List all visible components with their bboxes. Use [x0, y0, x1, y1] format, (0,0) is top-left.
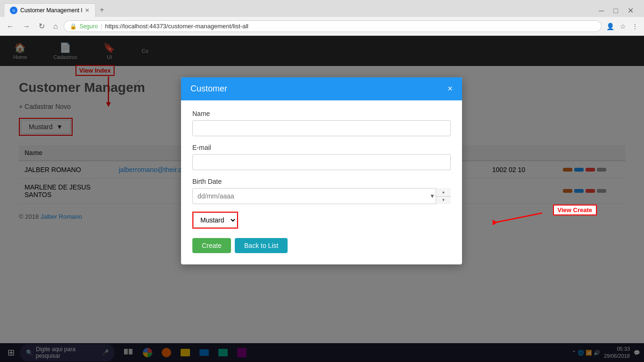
email-input[interactable] — [192, 154, 451, 170]
birth-date-field-group: Birth Date ▲ ▼ ▼ — [192, 178, 451, 204]
address-input[interactable]: 🔒 Seguro | https://localhost:44373/custo… — [64, 20, 602, 32]
modal-actions: Create Back to List — [192, 238, 451, 253]
tab-favicon: G — [10, 7, 17, 14]
page-background: 🏠 Home 📄 Cadastros 🔖 UI Co ⤢ View Index — [0, 36, 644, 362]
customer-modal: Customer × Name E-mail Birth Date ▲ — [181, 77, 462, 264]
tab-close-button[interactable]: ✕ — [85, 7, 90, 14]
date-spin-up[interactable]: ▲ — [436, 188, 451, 197]
back-button[interactable]: ← — [4, 20, 17, 33]
email-label: E-mail — [192, 144, 451, 151]
date-input-container: ▲ ▼ ▼ — [192, 188, 451, 204]
birth-date-input[interactable] — [192, 188, 451, 204]
view-create-label: View Create — [553, 205, 597, 215]
lock-icon: 🔒 — [70, 23, 77, 30]
browser-chrome: G Customer Management l ✕ + ─ □ ✕ ← → ↻ … — [0, 0, 644, 36]
bookmark-button[interactable]: ☆ — [618, 21, 628, 32]
modal-title: Customer — [190, 84, 227, 94]
name-label: Name — [192, 110, 451, 117]
date-spin-down[interactable]: ▼ — [436, 197, 451, 205]
close-window-button[interactable]: ✕ — [625, 4, 636, 17]
home-button[interactable]: ⌂ — [50, 20, 61, 33]
modal-header: Customer × — [181, 77, 462, 100]
date-dropdown-button[interactable]: ▼ — [429, 193, 435, 199]
new-tab-button[interactable]: + — [96, 3, 107, 17]
url-text: https://localhost:44373/customer-managem… — [105, 23, 595, 30]
forward-button[interactable]: → — [20, 20, 33, 33]
address-bar: ← → ↻ ⌂ 🔒 Seguro | https://localhost:443… — [0, 17, 644, 36]
modal-close-button[interactable]: × — [447, 84, 453, 94]
maximize-button[interactable]: □ — [611, 5, 621, 17]
name-field-group: Name — [192, 110, 451, 136]
svg-line-2 — [495, 213, 542, 222]
view-create-annotation: View Create — [553, 206, 597, 214]
browser-tab[interactable]: G Customer Management l ✕ — [4, 3, 96, 17]
mustard-select[interactable]: Mustard — [193, 213, 237, 228]
tab-bar: G Customer Management l ✕ + ─ □ ✕ — [0, 0, 644, 17]
birth-date-label: Birth Date — [192, 178, 451, 185]
secure-label: Seguro — [80, 23, 98, 30]
date-spinner: ▲ ▼ — [436, 188, 451, 204]
back-to-list-button[interactable]: Back to List — [235, 238, 288, 253]
tab-title: Customer Management l — [20, 7, 82, 14]
email-field-group: E-mail — [192, 144, 451, 170]
create-button[interactable]: Create — [192, 238, 231, 253]
minimize-button[interactable]: ─ — [596, 5, 607, 17]
refresh-button[interactable]: ↻ — [36, 20, 48, 33]
view-create-arrow — [490, 209, 547, 228]
user-account-button[interactable]: 👤 — [604, 21, 616, 32]
name-input[interactable] — [192, 120, 451, 136]
extensions-button[interactable]: ⋮ — [630, 21, 640, 32]
mustard-select-wrapper: Mustard — [192, 212, 238, 229]
modal-body: Name E-mail Birth Date ▲ ▼ ▼ — [181, 100, 462, 264]
svg-marker-3 — [493, 220, 497, 225]
browser-actions: 👤 ☆ ⋮ — [604, 21, 640, 32]
